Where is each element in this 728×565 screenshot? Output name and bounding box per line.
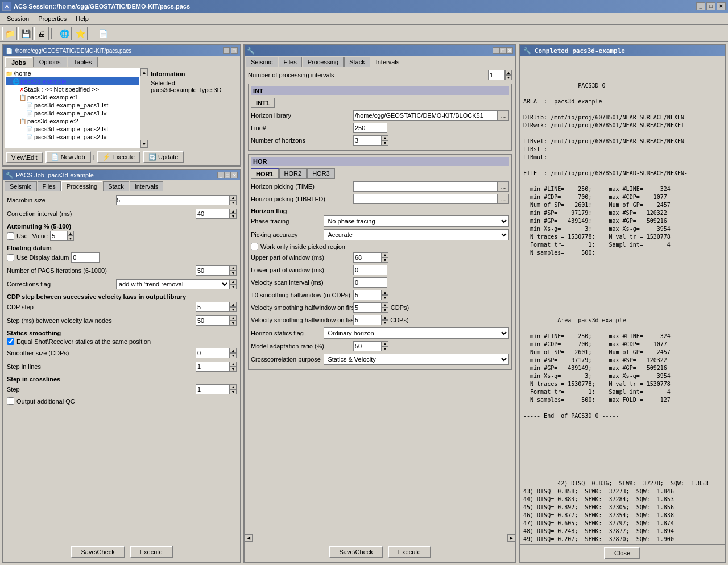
hor-picking-libri-input[interactable] [353,194,498,204]
help-menu[interactable]: Help [71,14,93,23]
picking-accuracy-select[interactable]: Accurate [324,229,509,240]
bookmark-button[interactable]: ⭐ [73,27,88,40]
fb-minimize-button[interactable]: _ [223,47,230,54]
upper-window-input[interactable] [353,252,382,263]
int-tab-intervals[interactable]: Intervals [371,57,405,67]
vel-first-spin-down[interactable]: ▼ [382,308,388,313]
step-ms-input[interactable] [196,315,230,326]
corrections-spin-up[interactable]: ▲ [230,279,237,284]
equal-shot-checkbox[interactable] [7,338,14,345]
scroll-up-btn[interactable]: ▲ [140,68,148,76]
tab-processing[interactable]: Processing [61,181,102,191]
num-intervals-input[interactable] [488,70,505,80]
minimize-button[interactable]: _ [696,2,705,10]
document-button[interactable]: 📄 [96,27,110,40]
tree-item-pacs3d[interactable]: 🌐 pacs3d-example [6,77,139,85]
view-edit-button[interactable]: View\Edit [6,152,43,163]
step-lines-spin-down[interactable]: ▼ [230,367,237,372]
maximize-button[interactable]: □ [706,2,715,10]
num-horizons-spin-down[interactable]: ▼ [382,140,388,146]
tree-item-stack[interactable]: ✗ Stack : << Not specified >> [6,85,139,93]
int-minimize-btn[interactable]: _ [493,47,499,54]
int-tab-stack[interactable]: Stack [344,57,370,67]
tree-scrollbar[interactable]: ▲ ▼ [140,68,148,148]
vel-last-spin-up[interactable]: ▲ [382,315,388,320]
pacs-spin-up[interactable]: ▲ [230,265,237,271]
tree-item-home[interactable]: 📁 /home [6,69,139,77]
hscroll-left-btn[interactable]: ◀ [245,534,253,542]
use-checkbox[interactable] [7,232,14,240]
num-horizons-spin-up[interactable]: ▲ [382,135,388,140]
tree-item-example2[interactable]: 📋 pacs3d-example:2 [6,117,139,125]
corrections-spin-down[interactable]: ▼ [230,284,237,289]
session-menu[interactable]: Session [2,14,34,23]
cdp-step-input[interactable] [196,302,230,312]
smoother-spin-down[interactable]: ▼ [230,353,237,358]
phase-tracing-select[interactable]: No phase tracing [324,215,509,227]
pacs-execute-button[interactable]: Execute [130,546,173,558]
pacs-save-check-button[interactable]: Save\Check [71,546,125,558]
pacs-spin-down[interactable]: ▼ [230,271,237,276]
step-spin-down[interactable]: ▼ [230,389,237,394]
int-execute-button[interactable]: Execute [388,546,431,558]
upper-spin-up[interactable]: ▲ [382,252,388,257]
intervals-hscrollbar[interactable]: ◀ ▶ [245,534,515,542]
tree-item-example1[interactable]: 📋 pacs3d-example:1 [6,93,139,101]
save-button[interactable]: 💾 [18,27,33,40]
upper-spin-down[interactable]: ▼ [382,257,388,263]
tree-item-pacs1lvi[interactable]: 📄 pacs3d-example_pacs1.lvi [6,109,139,117]
macrobin-spin-up[interactable]: ▲ [230,195,237,200]
step-lines-spin-up[interactable]: ▲ [230,362,237,367]
correction-spin-down[interactable]: ▼ [230,214,237,219]
line-input[interactable] [353,123,387,133]
vel-first-spin-up[interactable]: ▲ [382,302,388,308]
macrobin-spin-down[interactable]: ▼ [230,200,237,205]
close-button[interactable]: ✕ [717,2,726,10]
crosscorrelation-select[interactable]: Statics & Velocity [324,354,509,365]
hor2-tab[interactable]: HOR2 [279,168,307,179]
jobs-tab[interactable]: Jobs [5,57,32,67]
output-qc-checkbox[interactable] [7,397,14,405]
macrobin-select[interactable] [116,195,230,205]
open-button[interactable]: 📁 [2,27,17,40]
hor-picking-time-input[interactable] [353,181,498,192]
tab-files[interactable]: Files [38,181,61,191]
vel-smooth-last-input[interactable] [353,315,382,325]
smoother-size-input[interactable] [196,348,230,358]
tree-item-pacs2lvi[interactable]: 📄 pacs3d-example_pacs2.lvi [6,133,139,141]
step-spin-up[interactable]: ▲ [230,384,237,389]
lower-window-input[interactable] [353,265,387,275]
int-tab-seismic[interactable]: Seismic [246,57,278,67]
hor3-tab[interactable]: HOR3 [307,168,335,179]
num-intervals-spin-up[interactable]: ▲ [505,70,512,75]
display-datum-input[interactable] [71,252,100,263]
tree-item-pacs2lst[interactable]: 📄 pacs3d-example_pacs2.lst [6,125,139,133]
step-ms-spin-down[interactable]: ▼ [230,321,237,326]
model-adaptation-input[interactable] [353,341,382,351]
int-tab-files[interactable]: Files [279,57,302,67]
vel-smooth-first-input[interactable] [353,302,382,313]
velocity-scan-input[interactable] [353,277,387,288]
tab-intervals[interactable]: Intervals [130,181,164,191]
tab-stack[interactable]: Stack [103,181,129,191]
close-button[interactable]: Close [604,547,640,559]
tab-seismic[interactable]: Seismic [5,181,37,191]
globe-button[interactable]: 🌐 [57,27,72,40]
automuting-value-input[interactable] [50,231,67,241]
hor-picking-libri-browse-btn[interactable]: ... [498,194,509,204]
step-input[interactable] [196,384,230,394]
model-adapt-spin-up[interactable]: ▲ [382,341,388,346]
execute-button[interactable]: ⚡ Execute [97,151,140,163]
automuting-spin-down[interactable]: ▼ [67,236,74,241]
int-close-btn[interactable]: ✕ [506,47,513,54]
int-maximize-btn[interactable]: □ [499,47,506,54]
t0-spin-down[interactable]: ▼ [382,295,388,300]
update-button[interactable]: 🔄 Update [143,151,184,163]
use-display-checkbox[interactable] [7,254,14,261]
step-ms-spin-up[interactable]: ▲ [230,315,237,321]
pacs-minimize-btn[interactable]: _ [217,172,224,178]
pacs-maximize-btn[interactable]: □ [224,172,231,178]
hor1-tab[interactable]: HOR1 [251,168,279,179]
options-tab[interactable]: Options [33,57,67,67]
cdp-spin-down[interactable]: ▼ [230,307,237,312]
